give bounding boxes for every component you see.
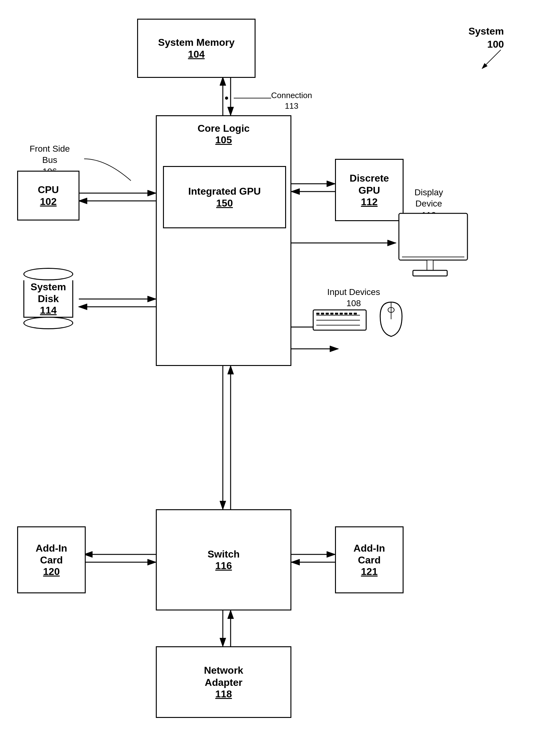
svg-rect-34 [330,313,333,315]
svg-rect-36 [340,313,343,315]
core-logic-box: Core Logic 105 Integrated GPU 150 [156,115,291,366]
discrete-gpu-label: DiscreteGPU [350,172,389,196]
monitor-icon [396,212,474,280]
svg-rect-38 [349,313,352,315]
add-in-card-121-num: 121 [361,566,377,577]
svg-rect-24 [427,260,433,271]
svg-rect-37 [344,313,347,315]
core-logic-num: 105 [157,134,290,146]
mouse-icon [377,299,405,340]
svg-line-22 [482,50,501,69]
switch-num: 116 [215,560,232,571]
system-memory-box: System Memory 104 [137,19,256,78]
network-adapter-num: 118 [215,688,232,700]
cpu-box: CPU 102 [17,171,79,221]
keyboard-icon [312,308,368,333]
switch-box: Switch 116 [156,509,291,610]
system-disk-num: 114 [31,305,66,316]
svg-rect-33 [326,313,329,315]
cpu-num: 102 [40,196,56,208]
add-in-card-121-label: Add-InCard [353,542,385,566]
network-adapter-box: NetworkAdapter 118 [156,646,291,718]
svg-point-4 [225,97,228,100]
core-logic-label: Core Logic [157,122,290,134]
cpu-label: CPU [38,184,59,196]
integrated-gpu-num: 150 [216,198,233,209]
svg-rect-32 [321,313,324,315]
add-in-card-120-box: Add-InCard 120 [17,526,86,593]
network-adapter-label: NetworkAdapter [204,664,243,688]
add-in-card-121-box: Add-InCard 121 [335,526,404,593]
svg-rect-23 [399,213,467,260]
integrated-gpu-label: Integrated GPU [188,185,261,197]
discrete-gpu-box: DiscreteGPU 112 [335,159,404,221]
integrated-gpu-box: Integrated GPU 150 [163,166,286,228]
add-in-card-120-num: 120 [43,566,60,577]
system-memory-label: System Memory [158,36,234,48]
cyl-body: SystemDisk 114 [23,280,73,318]
switch-label: Switch [208,548,240,560]
connection-label: Connection 113 [271,90,312,112]
cyl-top [23,268,73,280]
system-disk-label: SystemDisk [31,281,66,305]
cyl-bottom [23,317,73,329]
svg-rect-31 [316,313,319,315]
diagram: System Memory 104 System 100 Connection … [0,0,560,731]
discrete-gpu-num: 112 [361,196,377,208]
input-devices-label: Input Devices 108 [327,287,380,309]
add-in-card-120-label: Add-InCard [36,542,67,566]
svg-rect-25 [413,270,447,276]
system-disk-cylinder: SystemDisk 114 [17,262,79,337]
system-memory-num: 104 [188,49,204,60]
svg-rect-35 [335,313,338,315]
system-label: System 100 [468,25,504,51]
svg-rect-39 [354,313,357,315]
